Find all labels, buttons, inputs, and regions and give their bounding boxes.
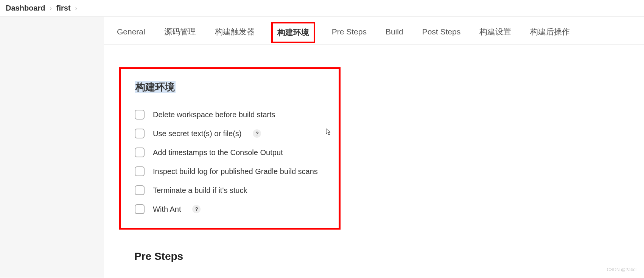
watermark: CSDN @?abcl — [607, 267, 636, 272]
content-area: 构建环境 Delete workspace before build start… — [104, 45, 644, 278]
option-delete-workspace: Delete workspace before build starts — [135, 110, 325, 120]
tab-general[interactable]: General — [115, 20, 148, 43]
option-label: Delete workspace before build starts — [153, 110, 275, 119]
section-title: 构建环境 — [135, 81, 176, 93]
checkbox-terminate-stuck[interactable] — [135, 185, 145, 195]
chevron-right-icon: › — [75, 5, 77, 12]
checkbox-gradle-scans[interactable] — [135, 166, 145, 176]
checkbox-timestamps[interactable] — [135, 148, 145, 157]
option-with-ant: With Ant ? — [135, 204, 325, 214]
help-icon[interactable]: ? — [253, 129, 261, 138]
layout: General 源码管理 构建触发器 构建环境 Pre Steps Build … — [0, 17, 644, 278]
build-environment-section: 构建环境 Delete workspace before build start… — [119, 67, 341, 230]
breadcrumb-dashboard[interactable]: Dashboard — [6, 4, 45, 12]
option-label: Terminate a build if it's stuck — [153, 186, 247, 195]
sidebar — [0, 17, 104, 278]
option-label: Use secret text(s) or file(s) — [153, 129, 241, 138]
tab-build[interactable]: Build — [383, 20, 406, 43]
main-content: General 源码管理 构建触发器 构建环境 Pre Steps Build … — [104, 17, 644, 278]
chevron-right-icon: › — [50, 5, 51, 12]
tab-build-settings[interactable]: 构建设置 — [477, 20, 513, 44]
tab-build-triggers[interactable]: 构建触发器 — [213, 20, 257, 44]
checkbox-with-ant[interactable] — [135, 204, 145, 214]
tab-post-steps[interactable]: Post Steps — [420, 20, 463, 43]
tab-pre-steps[interactable]: Pre Steps — [330, 20, 369, 43]
option-label: Inspect build log for published Gradle b… — [153, 167, 318, 176]
pre-steps-title: Pre Steps — [134, 250, 629, 262]
breadcrumb: Dashboard › first › — [0, 0, 644, 17]
tab-source-code[interactable]: 源码管理 — [162, 20, 198, 44]
option-secret-text: Use secret text(s) or file(s) ? — [135, 129, 325, 138]
checkbox-list: Delete workspace before build starts Use… — [135, 110, 325, 214]
help-icon[interactable]: ? — [192, 205, 201, 213]
option-terminate-stuck: Terminate a build if it's stuck — [135, 185, 325, 195]
pre-steps-section: Pre Steps — [119, 250, 629, 262]
tab-build-environment[interactable]: 构建环境 — [271, 22, 315, 43]
option-gradle-scans: Inspect build log for published Gradle b… — [135, 166, 325, 176]
option-label: With Ant — [153, 205, 181, 214]
tab-post-build-actions[interactable]: 构建后操作 — [528, 20, 572, 44]
option-timestamps: Add timestamps to the Console Output — [135, 148, 325, 157]
option-label: Add timestamps to the Console Output — [153, 148, 283, 157]
checkbox-secret-text[interactable] — [135, 129, 145, 138]
tabs-nav: General 源码管理 构建触发器 构建环境 Pre Steps Build … — [104, 17, 644, 45]
checkbox-delete-workspace[interactable] — [135, 110, 145, 120]
breadcrumb-first[interactable]: first — [56, 4, 71, 12]
